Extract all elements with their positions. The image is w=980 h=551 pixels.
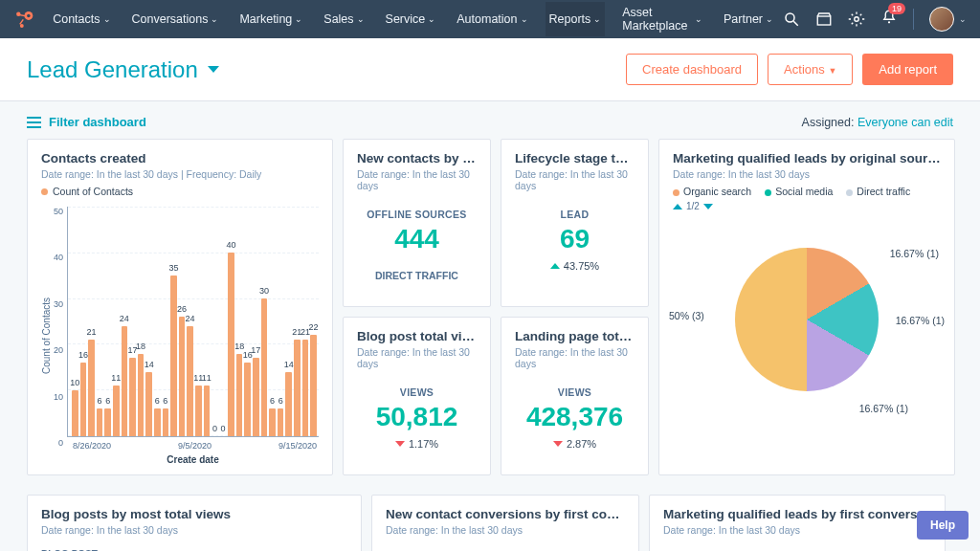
nav-partner[interactable]: Partner⌄ bbox=[720, 2, 777, 36]
nav-marketing[interactable]: Marketing⌄ bbox=[235, 2, 306, 36]
add-report-button[interactable]: Add report bbox=[862, 54, 953, 85]
card-title: Contacts created bbox=[41, 151, 319, 165]
card-title: Blog post total views a… bbox=[357, 329, 477, 343]
x-axis: 8/26/20209/5/20209/15/2020 bbox=[67, 437, 319, 451]
svg-point-3 bbox=[20, 24, 24, 28]
card-title: New contact conversions by first convers… bbox=[386, 507, 625, 521]
card-title: Landing page total vie… bbox=[515, 329, 635, 343]
trend-up: 43.75% bbox=[515, 260, 635, 272]
chevron-down-icon: ⌄ bbox=[211, 14, 218, 24]
bar: 21 bbox=[302, 340, 309, 436]
assigned-link[interactable]: Everyone can edit bbox=[858, 116, 953, 129]
trend-value: 1.17% bbox=[409, 438, 438, 450]
kpi: OFFLINE SOURCES 444 DIRECT TRAFFIC bbox=[357, 191, 477, 287]
kpi-label: VIEWS bbox=[357, 386, 477, 398]
bar: 17 bbox=[129, 358, 136, 436]
bar-chart: Count of Contacts 50403020100 1016216611… bbox=[41, 207, 319, 465]
nav-contacts[interactable]: Contacts⌄ bbox=[49, 2, 114, 36]
nav-label: Sales bbox=[323, 12, 353, 26]
filter-label: Filter dashboard bbox=[49, 115, 146, 129]
search-icon[interactable] bbox=[783, 11, 800, 28]
nav-reports[interactable]: Reports⌄ bbox=[546, 2, 606, 36]
actions-label: Actions bbox=[784, 62, 825, 77]
legend-item: Organic search bbox=[673, 186, 751, 197]
bar: 35 bbox=[170, 276, 177, 436]
card-lifecycle-stage[interactable]: Lifecycle stage totals Date range: In th… bbox=[501, 139, 649, 307]
svg-point-9 bbox=[855, 17, 859, 22]
pie-legend: Organic search Social media Direct traff… bbox=[673, 186, 941, 197]
filter-dashboard-button[interactable]: Filter dashboard bbox=[27, 115, 146, 129]
triangle-down-icon bbox=[553, 441, 563, 447]
nav-label: Automation bbox=[457, 12, 517, 26]
card-mql-by-conversion[interactable]: Marketing qualified leads by first conve… bbox=[649, 495, 946, 551]
page-header: Lead Generation Create dashboard Actions… bbox=[0, 38, 980, 101]
notifications[interactable]: 19 bbox=[880, 9, 898, 30]
chevron-down-icon: ⌄ bbox=[959, 14, 967, 24]
bar: 16 bbox=[244, 363, 251, 436]
chevron-down-icon: ⌄ bbox=[295, 14, 302, 24]
card-sub: Date range: In the last 30 days | Freque… bbox=[41, 168, 319, 180]
hubspot-logo-icon[interactable] bbox=[13, 9, 33, 30]
card-lp-views[interactable]: Landing page total vie… Date range: In t… bbox=[501, 317, 649, 475]
nav-marketplace[interactable]: Asset Marketplace⌄ bbox=[618, 2, 706, 36]
header-buttons: Create dashboard Actions ▼ Add report bbox=[626, 54, 953, 85]
nav-conversations[interactable]: Conversations⌄ bbox=[128, 2, 223, 36]
dashboard-title-dropdown[interactable]: Lead Generation bbox=[27, 56, 219, 83]
chevron-down-icon: ⌄ bbox=[695, 14, 702, 24]
card-mql-by-source[interactable]: Marketing qualified leads by original so… bbox=[658, 139, 955, 475]
bar: 18 bbox=[138, 354, 145, 436]
help-button[interactable]: Help bbox=[917, 511, 969, 540]
card-contacts-created[interactable]: Contacts created Date range: In the last… bbox=[27, 139, 333, 475]
card-title: Blog posts by most total views bbox=[41, 507, 347, 521]
pie-chart: 50% (3) 16.67% (1) 16.67% (1) 16.67% (1) bbox=[673, 219, 941, 420]
marketplace-icon[interactable] bbox=[815, 11, 833, 28]
chevron-down-icon: ⌄ bbox=[766, 14, 773, 24]
gear-icon[interactable] bbox=[848, 11, 865, 28]
pie-label: 16.67% (1) bbox=[890, 248, 939, 259]
nav-label: Conversations bbox=[132, 12, 209, 26]
chevron-down-icon: ⌄ bbox=[593, 14, 601, 24]
kpi-footer: DIRECT TRAFFIC bbox=[357, 270, 477, 281]
bar: 6 bbox=[97, 408, 103, 436]
legend-item: Direct traffic bbox=[846, 186, 910, 197]
bar: 24 bbox=[187, 326, 193, 436]
nav-items: Contacts⌄ Conversations⌄ Marketing⌄ Sale… bbox=[49, 2, 777, 36]
bar: 11 bbox=[195, 386, 202, 436]
kpi-value: 428,376 bbox=[515, 402, 635, 432]
create-dashboard-button[interactable]: Create dashboard bbox=[626, 54, 758, 85]
nav-service[interactable]: Service⌄ bbox=[382, 2, 440, 36]
caret-down-icon: ▼ bbox=[828, 66, 836, 76]
trend-down: 1.17% bbox=[357, 438, 477, 450]
chevron-down-icon: ⌄ bbox=[103, 14, 111, 24]
card-sub: Date range: In the last 30 days bbox=[663, 524, 931, 536]
kpi-value: 50,812 bbox=[357, 402, 477, 432]
y-axis-label: Count of Contacts bbox=[41, 207, 52, 465]
x-axis-label: Create date bbox=[67, 454, 319, 465]
card-new-contact-conversions[interactable]: New contact conversions by first convers… bbox=[371, 495, 639, 551]
card-new-contacts-by-source[interactable]: New contacts by source Date range: In th… bbox=[343, 139, 491, 307]
card-blog-by-views[interactable]: Blog posts by most total views Date rang… bbox=[27, 495, 362, 551]
card-blog-views[interactable]: Blog post total views a… Date range: In … bbox=[343, 317, 491, 475]
y-axis: 50403020100 bbox=[52, 207, 67, 465]
actions-button[interactable]: Actions ▼ bbox=[768, 54, 853, 85]
trend-down: 2.87% bbox=[515, 438, 635, 450]
bar: 26 bbox=[179, 317, 186, 436]
bar: 14 bbox=[145, 372, 152, 436]
bar: 18 bbox=[236, 354, 243, 436]
kpi: VIEWS 428,376 2.87% bbox=[515, 369, 635, 455]
divider bbox=[913, 9, 914, 30]
pie bbox=[735, 248, 879, 391]
nav-automation[interactable]: Automation⌄ bbox=[453, 2, 531, 36]
nav-sales[interactable]: Sales⌄ bbox=[320, 2, 368, 36]
bar: 6 bbox=[278, 408, 284, 436]
svg-rect-5 bbox=[19, 19, 24, 25]
bar-plot: 1016216611241718146635262411110040181617… bbox=[67, 207, 319, 437]
trend-value: 43.75% bbox=[564, 260, 599, 272]
triangle-down-icon bbox=[395, 441, 405, 447]
bar: 14 bbox=[285, 372, 292, 436]
kpi-label: VIEWS bbox=[515, 386, 635, 398]
card-sub: Date range: In the last 30 days bbox=[41, 524, 347, 536]
account-menu[interactable]: ⌄ bbox=[929, 7, 967, 32]
legend-pager[interactable]: 1/2 bbox=[673, 201, 941, 211]
kpi-value: 444 bbox=[357, 224, 477, 254]
